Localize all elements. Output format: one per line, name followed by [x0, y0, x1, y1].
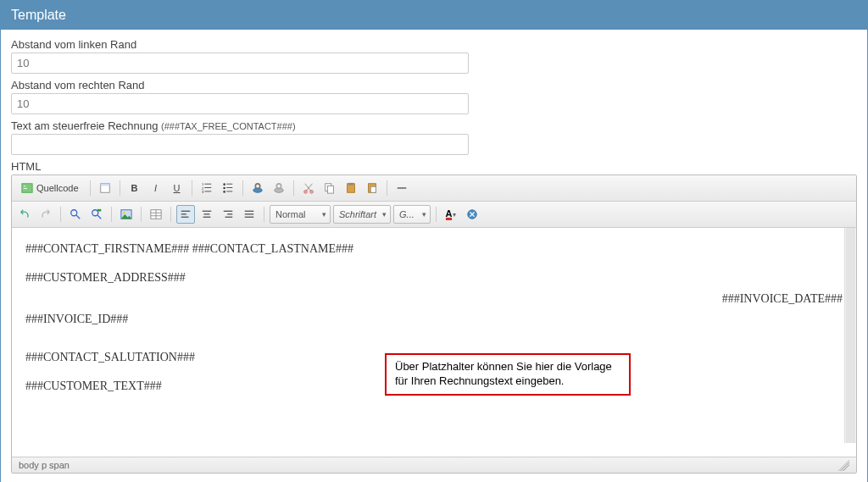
maximize-icon [466, 208, 478, 220]
svg-rect-6 [204, 184, 211, 185]
templates-button[interactable] [96, 179, 114, 197]
undo-button[interactable] [15, 205, 34, 224]
toolbar-separator [120, 180, 120, 196]
collapse-button[interactable] [392, 179, 411, 197]
html-label: HTML [11, 160, 857, 173]
table-icon [150, 208, 162, 220]
toolbar-separator [90, 180, 91, 196]
svg-rect-45 [224, 211, 233, 212]
editor-element-path[interactable]: body p span [19, 460, 70, 470]
editor-scrollbar[interactable] [844, 228, 856, 443]
svg-rect-8 [204, 187, 211, 188]
svg-rect-50 [245, 217, 254, 218]
editor-content-area[interactable]: ###CONTACT_FIRSTNAME### ###CONTACT_LASTN… [12, 228, 856, 457]
unlink-icon [273, 182, 285, 194]
paste-icon [345, 182, 357, 194]
size-select[interactable]: G... [393, 205, 431, 224]
find-button[interactable] [66, 205, 85, 224]
format-select[interactable]: Normal [270, 205, 331, 224]
svg-point-31 [92, 210, 98, 216]
svg-rect-24 [327, 186, 333, 193]
svg-rect-43 [204, 213, 210, 214]
font-select[interactable]: Schriftart [333, 205, 391, 224]
text-color-button[interactable]: A▾ [442, 205, 460, 224]
panel-body: Abstand vom linken Rand Abstand vom rech… [1, 30, 867, 482]
svg-rect-2 [24, 188, 27, 189]
html-editor: Quellcode B I U 123 [11, 175, 857, 474]
tax-free-label-text: Text am steuerfreie Rechnung [11, 119, 158, 132]
align-left-button[interactable] [176, 205, 195, 224]
collapse-icon [396, 182, 408, 194]
copy-button[interactable] [320, 179, 339, 197]
toolbar-separator [60, 207, 61, 222]
align-center-icon [201, 208, 213, 220]
link-button[interactable] [248, 179, 267, 197]
template-placeholder-line: ###INVOICE_DATE### [25, 290, 843, 308]
right-margin-input[interactable] [11, 93, 469, 114]
toolbar-separator [141, 207, 142, 222]
left-margin-label: Abstand vom linken Rand [11, 38, 857, 51]
toolbar-separator [242, 180, 243, 196]
svg-rect-1 [24, 186, 26, 186]
undo-icon [19, 208, 31, 220]
svg-rect-32 [97, 209, 101, 212]
svg-rect-29 [397, 187, 406, 189]
template-placeholder-line: ###CONTACT_FIRSTNAME### ###CONTACT_LASTN… [25, 240, 843, 258]
cut-button[interactable] [299, 179, 318, 197]
svg-rect-14 [226, 187, 232, 188]
replace-button[interactable] [87, 205, 106, 224]
image-button[interactable] [117, 205, 136, 224]
resize-grip[interactable] [837, 459, 849, 471]
svg-rect-49 [245, 213, 254, 214]
bold-button[interactable]: B [125, 179, 144, 197]
svg-rect-46 [227, 213, 232, 214]
unlink-button[interactable] [270, 179, 288, 197]
redo-button[interactable] [36, 205, 55, 224]
font-select-label: Schriftart [339, 209, 376, 219]
paste-button[interactable] [342, 179, 360, 197]
underline-button[interactable]: U [168, 179, 186, 197]
cut-icon [303, 182, 314, 194]
editor-content-wrap: ###CONTACT_FIRSTNAME### ###CONTACT_LASTN… [12, 228, 856, 457]
toolbar-separator [293, 180, 294, 196]
paste-text-icon [366, 182, 378, 194]
svg-rect-28 [370, 186, 376, 192]
paste-text-button[interactable] [363, 179, 381, 197]
template-placeholder-line: ###INVOICE_ID### [25, 310, 843, 329]
toolbar-separator [264, 207, 264, 222]
link-icon [252, 182, 264, 194]
svg-point-13 [223, 187, 225, 190]
table-button[interactable] [147, 205, 165, 224]
editor-toolbar-row-2: Normal Schriftart G... A▾ [12, 202, 856, 228]
tax-free-input[interactable] [11, 134, 469, 155]
left-margin-input[interactable] [11, 53, 469, 74]
editor-scroll-thumb[interactable] [846, 228, 855, 443]
template-placeholder-line: ###CUSTOMER_ADDRESS### [25, 269, 843, 287]
tax-free-label: Text am steuerfreie Rechnung (###TAX_FRE… [11, 119, 857, 132]
svg-rect-42 [203, 211, 212, 212]
align-right-button[interactable] [219, 205, 237, 224]
unordered-list-button[interactable] [219, 179, 237, 197]
svg-rect-48 [245, 211, 254, 212]
ordered-list-button[interactable]: 123 [198, 179, 216, 197]
copy-icon [324, 182, 336, 194]
align-center-button[interactable] [198, 205, 216, 224]
italic-button[interactable]: I [147, 179, 165, 197]
text-color-icon: A [446, 209, 453, 220]
unordered-list-icon [222, 182, 234, 194]
svg-rect-39 [181, 211, 191, 212]
find-icon [70, 208, 81, 220]
ordered-list-icon: 123 [201, 182, 213, 194]
size-select-label: G... [399, 209, 415, 219]
format-select-label: Normal [275, 209, 305, 219]
source-button[interactable]: Quellcode [15, 179, 85, 197]
svg-rect-10 [204, 191, 211, 192]
underline-icon: U [174, 183, 181, 193]
align-justify-button[interactable] [240, 205, 259, 224]
svg-point-34 [123, 212, 125, 214]
right-margin-label: Abstand vom rechten Rand [11, 79, 857, 91]
toolbar-separator [387, 180, 387, 196]
svg-rect-47 [225, 217, 233, 218]
maximize-button[interactable] [463, 205, 481, 224]
svg-rect-4 [100, 184, 109, 186]
